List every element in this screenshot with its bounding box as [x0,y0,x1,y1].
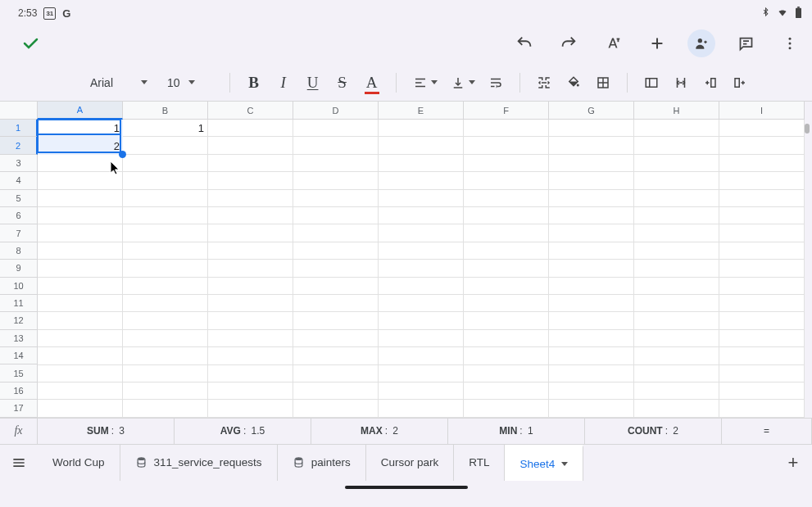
cell[interactable] [208,260,293,277]
cell[interactable] [38,260,123,277]
cell[interactable] [549,383,634,400]
font-size-selector[interactable]: 10 [167,76,195,89]
cell[interactable] [634,120,719,137]
cell[interactable] [379,260,464,277]
cell[interactable] [123,278,208,295]
cell[interactable] [38,155,123,172]
row-header[interactable]: 10 [0,278,38,295]
cell[interactable] [379,190,464,207]
cell[interactable] [293,172,379,189]
cell[interactable] [208,312,293,329]
cell[interactable] [719,224,805,242]
cell[interactable] [634,295,719,312]
cell[interactable] [634,312,719,329]
cell[interactable] [208,190,293,207]
cell[interactable] [379,312,464,329]
cell[interactable] [719,120,805,137]
cell[interactable] [719,278,805,295]
cell[interactable] [719,207,805,224]
cell[interactable]: 1 [38,120,123,137]
borders-button[interactable] [594,74,612,92]
cell[interactable] [379,365,464,383]
cell[interactable] [379,120,464,137]
cell[interactable] [549,278,634,295]
column-header[interactable]: B [123,102,208,120]
cell[interactable] [464,312,549,329]
cell[interactable] [464,260,549,277]
text-wrap-button[interactable] [487,74,505,92]
cell[interactable] [549,242,634,260]
cell[interactable] [719,312,805,329]
cell[interactable] [464,207,549,224]
cell[interactable] [549,260,634,277]
cell[interactable] [38,207,123,224]
cell[interactable] [379,295,464,312]
row-header[interactable]: 17 [0,400,38,417]
cell[interactable] [634,383,719,400]
text-format-button[interactable] [599,29,627,57]
cell[interactable] [634,347,719,364]
row-header[interactable]: 9 [0,260,38,277]
column-header[interactable]: H [634,102,719,120]
cell[interactable] [123,172,208,189]
cell[interactable] [464,383,549,400]
cell[interactable] [123,155,208,172]
cell[interactable] [719,347,805,364]
cell[interactable] [549,224,634,242]
cell[interactable] [123,260,208,277]
fill-color-button[interactable] [565,74,583,92]
cell[interactable] [549,155,634,172]
row-header[interactable]: 2 [0,137,38,154]
cell[interactable] [719,295,805,312]
cell[interactable] [379,172,464,189]
column-header[interactable]: C [208,102,293,120]
cell[interactable] [549,190,634,207]
italic-button[interactable]: I [274,74,293,92]
cell[interactable] [634,155,719,172]
cell[interactable] [549,330,634,347]
underline-button[interactable]: U [304,74,322,92]
cell[interactable] [123,400,208,417]
cell[interactable] [123,224,208,242]
accept-checkmark-button[interactable] [16,29,44,57]
cell[interactable] [719,365,805,383]
cell[interactable] [634,207,719,224]
cell[interactable] [464,224,549,242]
row-header[interactable]: 7 [0,224,38,242]
cell[interactable] [379,137,464,154]
share-person-button[interactable] [687,29,715,57]
add-sheet-button[interactable]: + [774,452,812,473]
cell[interactable] [208,137,293,154]
cell[interactable] [293,155,379,172]
cell[interactable]: 1 [123,120,208,137]
cell[interactable] [634,278,719,295]
column-header[interactable]: A [38,102,123,120]
column-header[interactable]: F [464,102,549,120]
cell[interactable] [208,330,293,347]
stat-sum[interactable]: SUM: 3 [38,419,175,444]
comment-button[interactable] [732,29,760,57]
cell[interactable] [719,383,805,400]
cell[interactable] [379,278,464,295]
all-sheets-button[interactable] [0,455,38,471]
cell[interactable] [634,190,719,207]
cell[interactable] [208,365,293,383]
cell[interactable] [38,312,123,329]
cell[interactable] [549,365,634,383]
sheet-tab[interactable]: 311_service_requests [120,445,278,481]
cell[interactable] [634,242,719,260]
nav-handle[interactable] [345,486,468,489]
column-header[interactable]: E [379,102,464,120]
insert-column-left-button[interactable] [701,74,719,92]
cell[interactable] [379,347,464,364]
cell[interactable] [719,330,805,347]
vertical-scrollbar[interactable] [805,124,810,134]
cell[interactable] [293,190,379,207]
cell[interactable] [123,207,208,224]
cell[interactable] [293,383,379,400]
cell[interactable] [38,383,123,400]
cell[interactable] [123,242,208,260]
undo-button[interactable] [510,29,538,57]
cell[interactable] [464,278,549,295]
cell[interactable] [123,190,208,207]
